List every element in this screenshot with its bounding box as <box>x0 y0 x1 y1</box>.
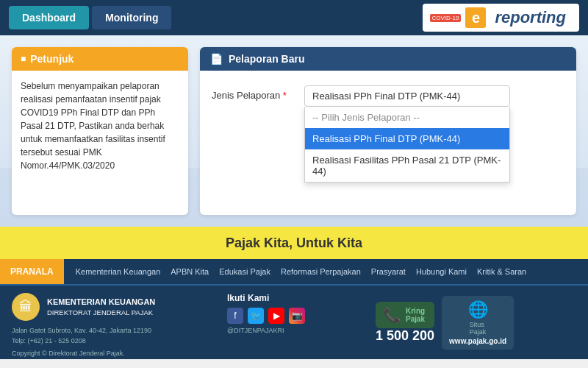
footer-org-text: KEMENTERIAN KEUANGAN DIREKTORAT JENDERAL… <box>47 297 155 318</box>
e-logo-icon: e <box>465 7 486 28</box>
header-nav: Dashboard Monitoring <box>9 6 171 29</box>
phone-number: 1 500 200 <box>376 328 434 344</box>
header: Dashboard Monitoring COVID-19 e reportin… <box>0 0 588 35</box>
nav-kritik[interactable]: Kritik & Saran <box>473 264 531 279</box>
bottom-nav-links: Kementerian Keuangan APBN Kita Edukasi P… <box>64 264 539 279</box>
djp-logo-icon: 🏛 <box>12 293 40 321</box>
petunjuk-header: ■ Petunjuk <box>12 47 188 71</box>
footer-social-section: Ikuti Kami f 🐦 ▶ 📷 @DITJENPAJAKRI <box>227 293 361 352</box>
footer-phone-section: 📞 KringPajak 1 500 200 🌐 SitusPajak www.… <box>376 293 576 352</box>
instagram-icon[interactable]: 📷 <box>289 308 305 324</box>
jenis-pelaporan-select[interactable]: -- Pilih Jenis Pelaporan -- Realisasi PP… <box>304 85 510 107</box>
pranala-badge: PRANALA <box>0 259 64 284</box>
document-icon: 📄 <box>210 53 223 65</box>
situs-label: SitusPajak <box>470 321 487 336</box>
covid-badge-icon: COVID-19 <box>430 14 462 22</box>
footer-address-line2: Telp: (+62) 21 - 525 0208 <box>12 336 212 346</box>
situs-box: 🌐 SitusPajak www.pajak.go.id <box>442 296 514 350</box>
petunjuk-body: Sebelum menyampaikan pelaporan realisasi… <box>12 71 188 181</box>
reporting-logo-text: reporting <box>489 7 572 29</box>
footer-org-sub: DIREKTORAT JENDERAL PAJAK <box>47 308 155 317</box>
jenis-pelaporan-label: Jenis Pelaporan * <box>212 85 293 101</box>
pelaporan-panel: 📄 Pelaporan Baru Jenis Pelaporan * -- Pi… <box>200 47 576 215</box>
social-title: Ikuti Kami <box>227 293 361 303</box>
situs-url[interactable]: www.pajak.go.id <box>449 337 506 345</box>
youtube-icon[interactable]: ▶ <box>268 308 284 324</box>
pelaporan-body: Jenis Pelaporan * -- Pilih Jenis Pelapor… <box>200 71 576 153</box>
globe-icon: 🌐 <box>468 300 488 319</box>
logo-container: COVID-19 e reporting <box>423 4 579 32</box>
pelaporan-title: Pelaporan Baru <box>229 53 304 65</box>
dropdown-item-pasal21[interactable]: Realisasi Fasilitas PPh Pasal 21 DTP (PM… <box>305 149 509 182</box>
banner-text: Pajak Kita, Untuk Kita <box>226 236 362 251</box>
monitoring-button[interactable]: Monitoring <box>92 6 171 29</box>
yellow-banner: Pajak Kita, Untuk Kita <box>0 227 588 259</box>
footer: 🏛 KEMENTERIAN KEUANGAN DIREKTORAT JENDER… <box>0 286 588 359</box>
required-asterisk: * <box>283 90 287 101</box>
phone-icon: 📞 <box>383 306 401 324</box>
kring-text: KringPajak <box>406 307 425 323</box>
nav-reformasi[interactable]: Reformasi Perpajakan <box>276 264 365 279</box>
dropdown-open: -- Pilih Jenis Pelaporan -- Realisasi PP… <box>304 107 510 183</box>
jenis-select-wrapper[interactable]: -- Pilih Jenis Pelaporan -- Realisasi PP… <box>304 85 510 107</box>
dropdown-item-pph-final[interactable]: Realisasi PPh Final DTP (PMK-44) <box>305 128 509 149</box>
petunjuk-title: Petunjuk <box>30 53 74 65</box>
footer-address: Jalan Gatot Subroto, Kav. 40-42, Jakarta… <box>12 325 212 347</box>
twitter-icon[interactable]: 🐦 <box>248 308 264 324</box>
nav-prasyarat[interactable]: Prasyarat <box>367 264 410 279</box>
bottom-nav: PRANALA Kementerian Keuangan APBN Kita E… <box>0 259 588 286</box>
footer-logo-row: 🏛 KEMENTERIAN KEUANGAN DIREKTORAT JENDER… <box>12 293 212 321</box>
nav-edukasi[interactable]: Edukasi Pajak <box>215 264 275 279</box>
nav-kementerian[interactable]: Kementerian Keuangan <box>71 264 165 279</box>
social-icons-row: f 🐦 ▶ 📷 <box>227 308 361 324</box>
footer-org-main: KEMENTERIAN KEUANGAN <box>47 297 155 308</box>
kring-box: 📞 KringPajak <box>376 302 434 328</box>
footer-copyright: Copyright © Direktorat Jenderal Pajak. <box>12 350 212 357</box>
social-handle: @DITJENPAJAKRI <box>227 327 361 334</box>
jenis-pelaporan-row: Jenis Pelaporan * -- Pilih Jenis Pelapor… <box>212 85 564 107</box>
nav-hubungi[interactable]: Hubungi Kami <box>412 264 471 279</box>
info-icon: ■ <box>21 54 26 64</box>
dashboard-button[interactable]: Dashboard <box>9 6 89 29</box>
footer-address-line1: Jalan Gatot Subroto, Kav. 40-42, Jakarta… <box>12 325 212 336</box>
petunjuk-text: Sebelum menyampaikan pelaporan realisasi… <box>21 79 179 172</box>
main-content: ■ Petunjuk Sebelum menyampaikan pelapora… <box>0 35 588 227</box>
footer-org-section: 🏛 KEMENTERIAN KEUANGAN DIREKTORAT JENDER… <box>12 293 212 352</box>
petunjuk-panel: ■ Petunjuk Sebelum menyampaikan pelapora… <box>12 47 188 215</box>
dropdown-item-placeholder[interactable]: -- Pilih Jenis Pelaporan -- <box>305 107 509 128</box>
nav-apbn[interactable]: APBN Kita <box>166 264 213 279</box>
facebook-icon[interactable]: f <box>227 308 243 324</box>
pelaporan-header: 📄 Pelaporan Baru <box>200 47 576 71</box>
